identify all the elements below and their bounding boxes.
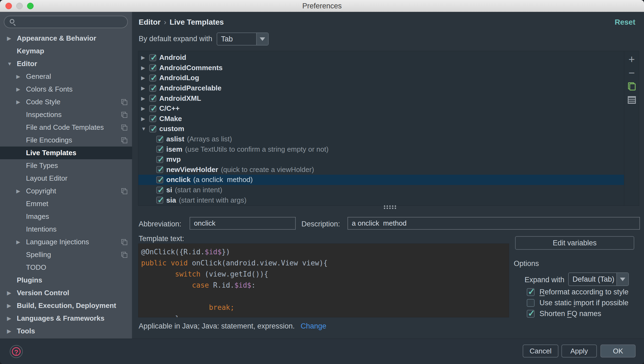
- search-box[interactable]: [4, 16, 128, 28]
- chevron-collapsed-icon[interactable]: ▶: [141, 95, 149, 102]
- help-button[interactable]: ?: [10, 345, 23, 358]
- sidebar-item-tools[interactable]: ▶Tools: [0, 325, 132, 337]
- option-checkbox[interactable]: [527, 310, 535, 318]
- sidebar-item-colors-fonts[interactable]: ▶Colors & Fonts: [0, 83, 132, 96]
- chevron-collapsed-icon[interactable]: ▶: [16, 99, 26, 105]
- template-row-androidcomments[interactable]: ▶AndroidComments: [138, 63, 624, 73]
- chevron-expanded-icon[interactable]: ▼: [141, 126, 149, 132]
- template-checkbox[interactable]: [156, 156, 163, 163]
- chevron-collapsed-icon[interactable]: ▶: [141, 85, 149, 91]
- template-row-isem[interactable]: isem(use TextUtils to confirm a string e…: [138, 144, 624, 154]
- default-expand-dropdown[interactable]: Tab: [217, 32, 269, 46]
- chevron-collapsed-icon[interactable]: ▶: [7, 35, 17, 41]
- sidebar-item-layout-editor[interactable]: Layout Editor: [0, 172, 132, 185]
- sidebar-item-general[interactable]: ▶General: [0, 70, 132, 83]
- chevron-collapsed-icon[interactable]: ▶: [141, 54, 149, 61]
- option-use-static-import-if-possible[interactable]: Use static import if possible: [527, 298, 629, 307]
- template-row-newviewholder[interactable]: newViewHolder(quick to create a viewHold…: [138, 165, 624, 175]
- template-checkbox[interactable]: [149, 115, 156, 122]
- sidebar-item-emmet[interactable]: Emmet: [0, 197, 132, 210]
- template-row-onclick[interactable]: onclick(a onclick method): [138, 175, 624, 185]
- reset-button[interactable]: Reset: [615, 18, 635, 27]
- sidebar-item-editor[interactable]: ▼Editor: [0, 57, 132, 70]
- chevron-collapsed-icon[interactable]: ▶: [141, 65, 149, 71]
- chevron-collapsed-icon[interactable]: ▶: [7, 315, 17, 321]
- duplicate-button[interactable]: [624, 80, 639, 93]
- chevron-collapsed-icon[interactable]: ▶: [141, 116, 149, 122]
- chevron-collapsed-icon[interactable]: ▶: [7, 328, 17, 334]
- template-row-cmake[interactable]: ▶CMake: [138, 114, 624, 124]
- sidebar-item-todo[interactable]: TODO: [0, 261, 132, 274]
- template-checkbox[interactable]: [156, 187, 163, 194]
- template-checkbox[interactable]: [149, 54, 156, 61]
- template-checkbox[interactable]: [156, 197, 163, 204]
- template-row-aslist[interactable]: aslist(Arrays as list): [138, 134, 624, 144]
- chevron-collapsed-icon[interactable]: ▶: [141, 105, 149, 112]
- dropdown-arrow-button[interactable]: [256, 33, 268, 45]
- search-input[interactable]: [20, 17, 123, 27]
- template-checkbox[interactable]: [149, 85, 156, 92]
- splitter-grip[interactable]: [383, 205, 397, 209]
- template-checkbox[interactable]: [149, 74, 156, 82]
- template-row-androidlog[interactable]: ▶AndroidLog: [138, 73, 624, 83]
- sidebar-item-images[interactable]: Images: [0, 210, 132, 223]
- template-text-editor[interactable]: @OnClick({R.id.$id$})public void onClick…: [138, 243, 509, 317]
- template-row-sia[interactable]: sia(start intent with args): [138, 195, 624, 205]
- sidebar-item-live-templates[interactable]: Live Templates: [0, 147, 132, 159]
- description-field[interactable]: a onclick method: [347, 217, 640, 230]
- template-row-si[interactable]: si(start an intent): [138, 185, 624, 195]
- template-checkbox[interactable]: [149, 125, 156, 132]
- template-row-custom[interactable]: ▼custom: [138, 124, 624, 134]
- chevron-collapsed-icon[interactable]: ▶: [16, 86, 26, 92]
- chevron-collapsed-icon[interactable]: ▶: [16, 239, 26, 245]
- template-checkbox[interactable]: [149, 64, 156, 71]
- sidebar-item-spelling[interactable]: Spelling: [0, 248, 132, 261]
- sidebar-item-file-encodings[interactable]: File Encodings: [0, 134, 132, 147]
- template-checkbox[interactable]: [149, 105, 156, 112]
- template-checkbox[interactable]: [149, 95, 156, 102]
- cancel-button[interactable]: Cancel: [523, 344, 558, 358]
- sidebar-item-keymap[interactable]: Keymap: [0, 45, 132, 57]
- chevron-collapsed-icon[interactable]: ▶: [16, 188, 26, 194]
- sidebar-item-inspections[interactable]: Inspections: [0, 108, 132, 121]
- option-checkbox[interactable]: [527, 288, 535, 296]
- template-row-mvp[interactable]: mvp: [138, 154, 624, 165]
- template-row-androidxml[interactable]: ▶AndroidXML: [138, 93, 624, 103]
- dropdown-arrow-button[interactable]: [616, 273, 628, 285]
- sidebar-item-languages-frameworks[interactable]: ▶Languages & Frameworks: [0, 312, 132, 325]
- chevron-expanded-icon[interactable]: ▼: [7, 61, 17, 67]
- sidebar-item-plugins[interactable]: Plugins: [0, 274, 132, 287]
- template-checkbox[interactable]: [156, 136, 163, 143]
- template-row-c-c[interactable]: ▶C/C++: [138, 103, 624, 114]
- template-checkbox[interactable]: [156, 176, 163, 183]
- edit-variables-button[interactable]: Edit variables: [515, 236, 634, 250]
- apply-button[interactable]: Apply: [561, 344, 597, 358]
- ok-button[interactable]: OK: [600, 344, 636, 358]
- option-checkbox[interactable]: [527, 299, 535, 307]
- sidebar-item-appearance-behavior[interactable]: ▶Appearance & Behavior: [0, 32, 132, 45]
- template-row-android[interactable]: ▶Android: [138, 53, 624, 63]
- remove-button[interactable]: −: [624, 66, 639, 79]
- sidebar-item-intentions[interactable]: Intentions: [0, 223, 132, 236]
- template-checkbox[interactable]: [156, 146, 163, 153]
- chevron-collapsed-icon[interactable]: ▶: [141, 75, 149, 81]
- chevron-collapsed-icon[interactable]: ▶: [16, 73, 26, 80]
- abbreviation-field[interactable]: onclick: [190, 217, 296, 230]
- sidebar-item-language-injections[interactable]: ▶Language Injections: [0, 236, 132, 248]
- sidebar-item-version-control[interactable]: ▶Version Control: [0, 287, 132, 299]
- sidebar-item-code-style[interactable]: ▶Code Style: [0, 96, 132, 108]
- sidebar-item-file-types[interactable]: File Types: [0, 159, 132, 172]
- option-shorten-fq-names[interactable]: Shorten FQ names: [527, 309, 601, 318]
- chevron-collapsed-icon[interactable]: ▶: [7, 303, 17, 309]
- option-reformat-according-to-style[interactable]: Reformat according to style: [527, 287, 629, 297]
- template-checkbox[interactable]: [156, 166, 163, 173]
- chevron-collapsed-icon[interactable]: ▶: [7, 290, 17, 296]
- change-link[interactable]: Change: [301, 322, 326, 330]
- expand-with-dropdown[interactable]: Default (Tab): [568, 272, 629, 286]
- sidebar-item-build-execution-deployment[interactable]: ▶Build, Execution, Deployment: [0, 299, 132, 312]
- template-row-androidparcelable[interactable]: ▶AndroidParcelable: [138, 83, 624, 93]
- sidebar-item-copyright[interactable]: ▶Copyright: [0, 185, 132, 197]
- show-template-details-button[interactable]: [624, 93, 639, 106]
- add-button[interactable]: +: [624, 53, 639, 66]
- sidebar-item-file-and-code-templates[interactable]: File and Code Templates: [0, 121, 132, 134]
